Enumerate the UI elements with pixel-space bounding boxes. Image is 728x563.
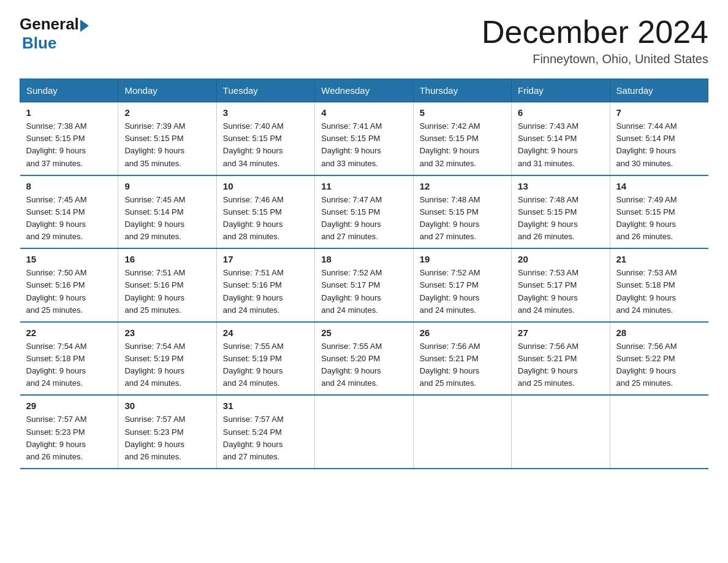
day-number: 8 bbox=[26, 181, 112, 191]
calendar-cell: 23 Sunrise: 7:54 AMSunset: 5:19 PMDaylig… bbox=[118, 322, 216, 396]
day-info: Sunrise: 7:56 AMSunset: 5:21 PMDaylight:… bbox=[518, 340, 603, 390]
calendar-cell: 21 Sunrise: 7:53 AMSunset: 5:18 PMDaylig… bbox=[610, 248, 708, 322]
calendar-cell: 18 Sunrise: 7:52 AMSunset: 5:17 PMDaylig… bbox=[315, 248, 413, 322]
day-info: Sunrise: 7:45 AMSunset: 5:14 PMDaylight:… bbox=[26, 194, 112, 243]
day-number: 11 bbox=[321, 181, 406, 191]
day-info: Sunrise: 7:57 AMSunset: 5:24 PMDaylight:… bbox=[223, 413, 308, 463]
day-number: 7 bbox=[616, 107, 702, 118]
day-number: 14 bbox=[616, 181, 702, 191]
calendar-cell: 10 Sunrise: 7:46 AMSunset: 5:15 PMDaylig… bbox=[216, 175, 314, 249]
calendar-cell: 13 Sunrise: 7:48 AMSunset: 5:15 PMDaylig… bbox=[512, 175, 610, 249]
day-info: Sunrise: 7:50 AMSunset: 5:16 PMDaylight:… bbox=[26, 267, 112, 316]
calendar-cell bbox=[413, 395, 511, 469]
day-number: 4 bbox=[321, 107, 406, 118]
calendar-cell: 5 Sunrise: 7:42 AMSunset: 5:15 PMDayligh… bbox=[413, 102, 511, 175]
calendar-cell: 4 Sunrise: 7:41 AMSunset: 5:15 PMDayligh… bbox=[315, 102, 413, 175]
calendar-cell: 14 Sunrise: 7:49 AMSunset: 5:15 PMDaylig… bbox=[610, 175, 708, 249]
calendar-cell: 22 Sunrise: 7:54 AMSunset: 5:18 PMDaylig… bbox=[20, 322, 118, 396]
calendar-week-row: 8 Sunrise: 7:45 AMSunset: 5:14 PMDayligh… bbox=[20, 175, 708, 249]
day-info: Sunrise: 7:51 AMSunset: 5:16 PMDaylight:… bbox=[124, 267, 210, 316]
day-info: Sunrise: 7:38 AMSunset: 5:15 PMDaylight:… bbox=[26, 120, 112, 170]
title-section: December 2024 Finneytown, Ohio, United S… bbox=[482, 15, 708, 66]
calendar-cell: 8 Sunrise: 7:45 AMSunset: 5:14 PMDayligh… bbox=[20, 175, 118, 249]
day-info: Sunrise: 7:57 AMSunset: 5:23 PMDaylight:… bbox=[26, 413, 112, 463]
day-info: Sunrise: 7:46 AMSunset: 5:15 PMDaylight:… bbox=[223, 194, 308, 243]
day-number: 13 bbox=[518, 181, 603, 191]
calendar-cell: 2 Sunrise: 7:39 AMSunset: 5:15 PMDayligh… bbox=[118, 102, 216, 175]
calendar-header-row: SundayMondayTuesdayWednesdayThursdayFrid… bbox=[20, 79, 708, 102]
day-number: 18 bbox=[321, 254, 406, 264]
day-number: 29 bbox=[26, 400, 112, 411]
day-number: 20 bbox=[518, 254, 603, 264]
day-info: Sunrise: 7:40 AMSunset: 5:15 PMDaylight:… bbox=[223, 120, 308, 170]
calendar-cell: 30 Sunrise: 7:57 AMSunset: 5:23 PMDaylig… bbox=[118, 395, 216, 469]
day-number: 22 bbox=[26, 327, 112, 338]
calendar-cell: 25 Sunrise: 7:55 AMSunset: 5:20 PMDaylig… bbox=[315, 322, 413, 396]
day-info: Sunrise: 7:49 AMSunset: 5:15 PMDaylight:… bbox=[616, 194, 702, 243]
day-number: 21 bbox=[616, 254, 702, 264]
day-number: 25 bbox=[321, 327, 406, 338]
calendar-week-row: 29 Sunrise: 7:57 AMSunset: 5:23 PMDaylig… bbox=[20, 395, 708, 469]
day-number: 1 bbox=[26, 107, 112, 118]
calendar-cell: 29 Sunrise: 7:57 AMSunset: 5:23 PMDaylig… bbox=[20, 395, 118, 469]
calendar-cell: 7 Sunrise: 7:44 AMSunset: 5:14 PMDayligh… bbox=[610, 102, 708, 175]
calendar-cell: 19 Sunrise: 7:52 AMSunset: 5:17 PMDaylig… bbox=[413, 248, 511, 322]
day-number: 26 bbox=[420, 327, 505, 338]
day-number: 30 bbox=[124, 400, 210, 411]
location: Finneytown, Ohio, United States bbox=[482, 52, 708, 66]
calendar-table: SundayMondayTuesdayWednesdayThursdayFrid… bbox=[20, 79, 708, 469]
day-info: Sunrise: 7:52 AMSunset: 5:17 PMDaylight:… bbox=[321, 267, 406, 316]
day-number: 23 bbox=[124, 327, 210, 338]
calendar-cell: 31 Sunrise: 7:57 AMSunset: 5:24 PMDaylig… bbox=[216, 395, 314, 469]
day-info: Sunrise: 7:56 AMSunset: 5:22 PMDaylight:… bbox=[616, 340, 702, 390]
day-info: Sunrise: 7:45 AMSunset: 5:14 PMDaylight:… bbox=[124, 194, 210, 243]
calendar-cell: 28 Sunrise: 7:56 AMSunset: 5:22 PMDaylig… bbox=[610, 322, 708, 396]
day-number: 19 bbox=[420, 254, 505, 264]
calendar-cell: 6 Sunrise: 7:43 AMSunset: 5:14 PMDayligh… bbox=[512, 102, 610, 175]
day-info: Sunrise: 7:55 AMSunset: 5:19 PMDaylight:… bbox=[223, 340, 308, 390]
col-header-thursday: Thursday bbox=[413, 79, 511, 102]
calendar-cell: 27 Sunrise: 7:56 AMSunset: 5:21 PMDaylig… bbox=[512, 322, 610, 396]
month-title: December 2024 bbox=[482, 15, 708, 50]
col-header-friday: Friday bbox=[512, 79, 610, 102]
day-number: 24 bbox=[223, 327, 308, 338]
day-info: Sunrise: 7:42 AMSunset: 5:15 PMDaylight:… bbox=[420, 120, 505, 170]
day-info: Sunrise: 7:44 AMSunset: 5:14 PMDaylight:… bbox=[616, 120, 702, 170]
col-header-monday: Monday bbox=[118, 79, 216, 102]
day-number: 3 bbox=[223, 107, 308, 118]
day-info: Sunrise: 7:48 AMSunset: 5:15 PMDaylight:… bbox=[518, 194, 603, 243]
calendar-cell bbox=[512, 395, 610, 469]
logo: General Blue bbox=[20, 15, 89, 53]
day-info: Sunrise: 7:57 AMSunset: 5:23 PMDaylight:… bbox=[124, 413, 210, 463]
day-number: 27 bbox=[518, 327, 603, 338]
calendar-week-row: 22 Sunrise: 7:54 AMSunset: 5:18 PMDaylig… bbox=[20, 322, 708, 396]
day-number: 9 bbox=[124, 181, 210, 191]
day-number: 2 bbox=[124, 107, 210, 118]
calendar-cell: 16 Sunrise: 7:51 AMSunset: 5:16 PMDaylig… bbox=[118, 248, 216, 322]
day-info: Sunrise: 7:41 AMSunset: 5:15 PMDaylight:… bbox=[321, 120, 406, 170]
day-info: Sunrise: 7:53 AMSunset: 5:18 PMDaylight:… bbox=[616, 267, 702, 316]
day-number: 15 bbox=[26, 254, 112, 264]
calendar-cell: 11 Sunrise: 7:47 AMSunset: 5:15 PMDaylig… bbox=[315, 175, 413, 249]
day-number: 16 bbox=[124, 254, 210, 264]
day-info: Sunrise: 7:39 AMSunset: 5:15 PMDaylight:… bbox=[124, 120, 210, 170]
calendar-cell: 3 Sunrise: 7:40 AMSunset: 5:15 PMDayligh… bbox=[216, 102, 314, 175]
day-info: Sunrise: 7:54 AMSunset: 5:18 PMDaylight:… bbox=[26, 340, 112, 390]
day-number: 12 bbox=[420, 181, 505, 191]
day-info: Sunrise: 7:54 AMSunset: 5:19 PMDaylight:… bbox=[124, 340, 210, 390]
calendar-cell: 12 Sunrise: 7:48 AMSunset: 5:15 PMDaylig… bbox=[413, 175, 511, 249]
logo-general: General bbox=[20, 15, 79, 34]
page-header: General Blue December 2024 Finneytown, O… bbox=[20, 15, 708, 66]
calendar-cell: 20 Sunrise: 7:53 AMSunset: 5:17 PMDaylig… bbox=[512, 248, 610, 322]
day-number: 6 bbox=[518, 107, 603, 118]
day-info: Sunrise: 7:47 AMSunset: 5:15 PMDaylight:… bbox=[321, 194, 406, 243]
day-info: Sunrise: 7:56 AMSunset: 5:21 PMDaylight:… bbox=[420, 340, 505, 390]
calendar-week-row: 15 Sunrise: 7:50 AMSunset: 5:16 PMDaylig… bbox=[20, 248, 708, 322]
calendar-cell: 17 Sunrise: 7:51 AMSunset: 5:16 PMDaylig… bbox=[216, 248, 314, 322]
calendar-cell: 24 Sunrise: 7:55 AMSunset: 5:19 PMDaylig… bbox=[216, 322, 314, 396]
day-number: 28 bbox=[616, 327, 702, 338]
day-info: Sunrise: 7:55 AMSunset: 5:20 PMDaylight:… bbox=[321, 340, 406, 390]
day-info: Sunrise: 7:52 AMSunset: 5:17 PMDaylight:… bbox=[420, 267, 505, 316]
calendar-cell: 9 Sunrise: 7:45 AMSunset: 5:14 PMDayligh… bbox=[118, 175, 216, 249]
col-header-saturday: Saturday bbox=[610, 79, 708, 102]
